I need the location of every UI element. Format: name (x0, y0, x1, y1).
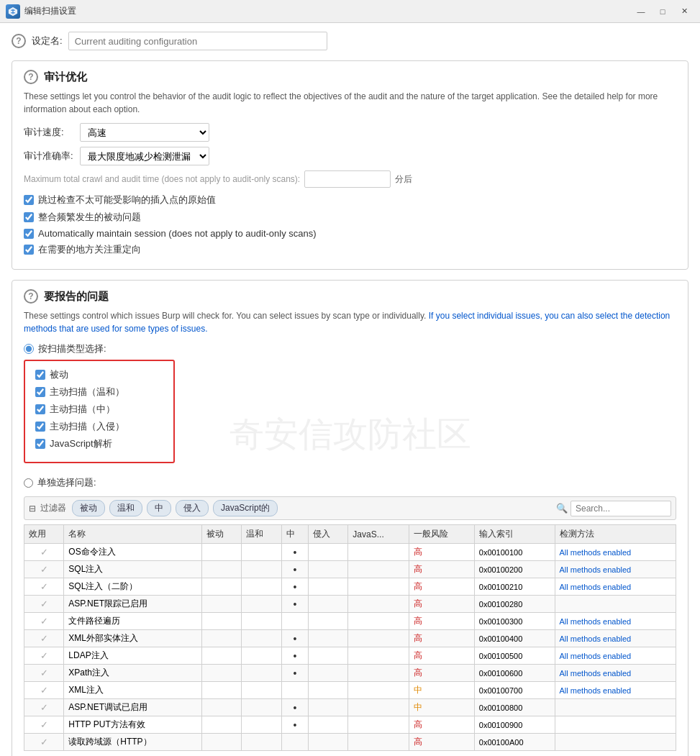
cell-passive-0 (202, 544, 242, 561)
cell-methods-2: All methods enabled (555, 578, 676, 596)
speed-select[interactable]: 高速 (80, 123, 209, 142)
issues-header: ? 要报告的问题 (24, 289, 676, 304)
scantype-mild-checkbox[interactable] (35, 387, 45, 397)
accuracy-select[interactable]: 最大限度地减少检测泄漏 (80, 147, 209, 165)
cell-mild-7 (242, 665, 281, 682)
cell-methods-9 (555, 699, 676, 716)
table-row[interactable]: ✓ 文件路径遍历 高 0x00100300 All methods enable… (24, 613, 676, 630)
filter-chip-passive[interactable]: 被动 (72, 500, 105, 516)
checkbox-consolidate-passive[interactable] (24, 212, 34, 222)
issues-help-icon[interactable]: ? (24, 289, 38, 304)
cell-index-7: 0x00100600 (474, 665, 555, 682)
cell-effect-9: ✓ (24, 699, 64, 716)
scan-type-radio-row: 按扫描类型选择: (24, 342, 175, 355)
cell-passive-4 (202, 613, 242, 630)
table-row[interactable]: ✓ HTTP PUT方法有效 • 高 0x00100900 (24, 716, 676, 734)
col-header-index: 输入索引 (474, 525, 555, 544)
cell-intrusive-2 (309, 578, 348, 596)
cell-risk-11: 高 (409, 734, 474, 751)
cell-mild-2 (242, 578, 281, 596)
table-row[interactable]: ✓ LDAP注入 • 高 0x00100500 All methods enab… (24, 647, 676, 665)
cell-name-1: SQL注入 (64, 561, 202, 578)
filter-chip-medium[interactable]: 中 (147, 500, 171, 516)
cell-medium-4 (281, 613, 308, 630)
checkbox-row-2: 整合频繁发生的被动问题 (24, 211, 676, 224)
checkbox-maintain-session[interactable] (24, 229, 34, 239)
cell-passive-5 (202, 630, 242, 647)
title-bar: 编辑扫描设置 — □ ✕ (0, 0, 700, 23)
cell-passive-10 (202, 716, 242, 734)
cell-risk-10: 高 (409, 716, 474, 734)
cell-medium-7: • (281, 665, 308, 682)
cell-medium-1: • (281, 561, 308, 578)
filter-text: 过滤器 (40, 502, 66, 514)
cell-name-5: XML外部实体注入 (64, 630, 202, 647)
maximize-button[interactable]: □ (653, 4, 673, 19)
cell-name-0: OS命令注入 (64, 544, 202, 561)
cell-name-8: XML注入 (64, 682, 202, 699)
scan-type-box: 被动 主动扫描（温和） 主动扫描（中） 主动扫描（入侵） (24, 360, 175, 463)
name-help-icon[interactable]: ? (12, 34, 26, 48)
cell-intrusive-8 (309, 682, 348, 699)
audit-help-icon[interactable]: ? (24, 70, 38, 84)
cell-risk-1: 高 (409, 561, 474, 578)
radio-single-select[interactable] (24, 478, 33, 488)
table-row[interactable]: ✓ SQL注入（二阶） • 高 0x00100210 All methods e… (24, 578, 676, 596)
checkbox-row-3: Automatically maintain session (does not… (24, 228, 676, 239)
scantype-passive-checkbox[interactable] (35, 370, 45, 380)
window-title: 编辑扫描设置 (24, 5, 631, 17)
cell-js-4 (348, 613, 409, 630)
table-row[interactable]: ✓ XPath注入 • 高 0x00100600 All methods ena… (24, 665, 676, 682)
name-input[interactable] (68, 32, 327, 50)
cell-medium-0: • (281, 544, 308, 561)
single-select-label: 单独选择问题: (37, 476, 96, 489)
table-row[interactable]: ✓ 读取跨域源（HTTP） 高 0x00100A00 (24, 734, 676, 751)
checkbox-redirect[interactable] (24, 245, 34, 255)
filter-chip-intrusive[interactable]: 侵入 (176, 500, 209, 516)
main-window: 编辑扫描设置 — □ ✕ ? 设定名: ? 审计优化 These setting… (0, 0, 700, 756)
cell-medium-8 (281, 682, 308, 699)
col-header-intrusive: 侵入 (309, 525, 348, 544)
cell-mild-11 (242, 734, 281, 751)
cell-effect-2: ✓ (24, 578, 64, 596)
table-row[interactable]: ✓ ASP.NET限踪已启用 • 高 0x00100280 (24, 596, 676, 613)
table-row[interactable]: ✓ XML外部实体注入 • 高 0x00100400 All methods e… (24, 630, 676, 647)
cell-medium-6: • (281, 647, 308, 665)
table-row[interactable]: ✓ ASP.NET调试已启用 • 中 0x00100800 (24, 699, 676, 716)
checkbox-row-4: 在需要的地方关注重定向 (24, 243, 676, 256)
cell-methods-4: All methods enabled (555, 613, 676, 630)
search-icon: 🔍 (556, 503, 568, 514)
table-header-row: 效用 名称 被动 温和 中 侵入 JavaS... 一般风险 输入索引 检测方法 (24, 525, 676, 544)
cell-intrusive-9 (309, 699, 348, 716)
cell-mild-8 (242, 682, 281, 699)
cell-mild-3 (242, 596, 281, 613)
close-button[interactable]: ✕ (674, 4, 694, 19)
scantype-intrusive-checkbox[interactable] (35, 422, 45, 432)
cell-methods-6: All methods enabled (555, 647, 676, 665)
checkbox-skip-original[interactable] (24, 195, 34, 205)
filter-chip-js[interactable]: JavaScript的 (213, 500, 278, 516)
cell-js-8 (348, 682, 409, 699)
cell-medium-5: • (281, 630, 308, 647)
scantype-js-checkbox[interactable] (35, 439, 45, 449)
radio-scan-type[interactable] (24, 344, 34, 354)
table-row[interactable]: ✓ XML注入 中 0x00100700 All methods enabled (24, 682, 676, 699)
minimize-button[interactable]: — (631, 4, 651, 19)
filter-chip-mild[interactable]: 温和 (109, 500, 142, 516)
cell-mild-0 (242, 544, 281, 561)
scantype-medium-checkbox[interactable] (35, 404, 45, 414)
search-input[interactable] (571, 501, 671, 516)
cell-intrusive-6 (309, 647, 348, 665)
cell-risk-3: 高 (409, 596, 474, 613)
accuracy-row: 审计准确率: 最大限度地减少检测泄漏 (24, 147, 676, 165)
cell-passive-3 (202, 596, 242, 613)
table-row[interactable]: ✓ OS命令注入 • 高 0x00100100 All methods enab… (24, 544, 676, 561)
cell-index-10: 0x00100900 (474, 716, 555, 734)
cell-effect-4: ✓ (24, 613, 64, 630)
cell-intrusive-5 (309, 630, 348, 647)
col-header-methods: 检测方法 (555, 525, 676, 544)
cell-js-3 (348, 596, 409, 613)
table-row[interactable]: ✓ SQL注入 • 高 0x00100200 All methods enabl… (24, 561, 676, 578)
cell-passive-2 (202, 578, 242, 596)
crawl-time-input[interactable] (304, 170, 391, 188)
